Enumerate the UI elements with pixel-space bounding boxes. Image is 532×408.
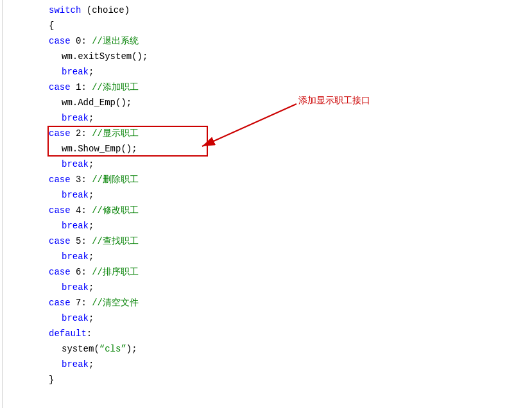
code-editor: switch (choice){case 0: //退出系统wm.exitSys… bbox=[0, 0, 532, 408]
svg-line-1 bbox=[202, 104, 296, 146]
arrow-svg bbox=[0, 0, 532, 408]
